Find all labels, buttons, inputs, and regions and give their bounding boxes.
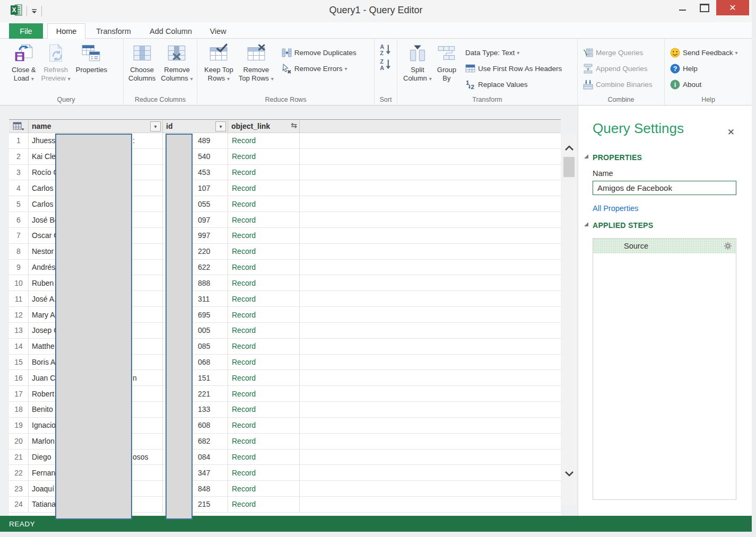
keep-top-rows-button[interactable]: Keep TopRows: [202, 43, 236, 83]
properties-button[interactable]: Properties: [73, 43, 110, 74]
tab-add-column[interactable]: Add Column: [142, 23, 200, 39]
object-link-cell[interactable]: Record: [228, 260, 300, 275]
remove-top-rows-button[interactable]: RemoveTop Rows: [236, 43, 276, 83]
tab-view[interactable]: View: [204, 23, 232, 39]
column-header-name[interactable]: name ▾: [29, 120, 163, 133]
remove-duplicates-button[interactable]: Remove Duplicates: [282, 45, 357, 60]
object-link-cell[interactable]: Record: [228, 323, 300, 338]
tab-home[interactable]: Home: [47, 23, 85, 39]
record-link[interactable]: Record: [232, 485, 256, 493]
record-link[interactable]: Record: [232, 184, 256, 192]
table-menu-button[interactable]: [9, 120, 29, 133]
record-link[interactable]: Record: [232, 421, 256, 429]
use-first-row-as-headers-button[interactable]: Use First Row As Headers: [465, 60, 562, 76]
object-link-cell[interactable]: Record: [228, 497, 300, 512]
record-link[interactable]: Record: [232, 405, 256, 413]
scroll-down-icon[interactable]: [561, 466, 577, 480]
id-filter-dropdown[interactable]: ▾: [215, 121, 226, 131]
split-column-button[interactable]: SplitColumn: [401, 43, 435, 83]
record-link[interactable]: Record: [232, 453, 256, 461]
object-link-cell[interactable]: Record: [228, 307, 300, 322]
maximize-button[interactable]: [694, 0, 715, 15]
record-link[interactable]: Record: [232, 168, 256, 177]
object-link-cell[interactable]: Record: [228, 386, 300, 401]
record-link[interactable]: Record: [232, 231, 256, 240]
close-and-load-button[interactable]: Close &Load: [9, 43, 39, 83]
combine-binaries-button[interactable]: Combine Binaries: [583, 76, 653, 92]
record-link[interactable]: Record: [232, 136, 256, 145]
send-feedback-label: Send Feedback: [683, 49, 733, 57]
send-feedback-button[interactable]: Send Feedback: [670, 45, 738, 60]
tab-file[interactable]: File: [9, 23, 43, 39]
remove-columns-button[interactable]: RemoveColumns: [158, 43, 195, 83]
record-link[interactable]: Record: [232, 342, 256, 350]
object-link-cell[interactable]: Record: [228, 370, 300, 385]
object-link-cell[interactable]: Record: [228, 465, 300, 480]
expand-column-icon[interactable]: ⇆: [291, 121, 297, 129]
sort-descending-button[interactable]: ZA: [379, 58, 392, 72]
object-link-cell[interactable]: Record: [228, 291, 300, 306]
object-link-cell[interactable]: Record: [228, 402, 300, 417]
object-link-cell[interactable]: Record: [228, 339, 300, 354]
all-properties-link[interactable]: All Properties: [593, 204, 638, 213]
record-link[interactable]: Record: [232, 390, 256, 398]
record-link[interactable]: Record: [232, 326, 256, 334]
column-header-object-link[interactable]: object_link ⇆: [228, 120, 300, 133]
record-link[interactable]: Record: [232, 500, 256, 508]
step-settings-gear-icon[interactable]: [724, 242, 732, 251]
group-by-button[interactable]: GroupBy: [435, 43, 459, 83]
record-link[interactable]: Record: [232, 311, 256, 319]
row-number: 22: [9, 465, 29, 480]
scrollbar-thumb[interactable]: [563, 157, 575, 177]
choose-columns-icon: [133, 43, 152, 63]
record-link[interactable]: Record: [232, 247, 256, 256]
record-link[interactable]: Record: [232, 374, 256, 382]
object-link-cell[interactable]: Record: [228, 228, 300, 243]
close-window-button[interactable]: [716, 0, 749, 15]
record-link[interactable]: Record: [232, 152, 256, 161]
row-number: 3: [9, 165, 29, 180]
object-link-cell[interactable]: Record: [228, 418, 300, 433]
record-link[interactable]: Record: [232, 216, 256, 224]
merge-queries-button[interactable]: Merge Queries: [583, 45, 653, 60]
help-button[interactable]: ? Help: [670, 60, 738, 76]
object-link-cell[interactable]: Record: [228, 196, 300, 212]
object-link-cell[interactable]: Record: [228, 212, 300, 227]
applied-step-source[interactable]: Source: [593, 239, 736, 253]
refresh-preview-button[interactable]: RefreshPreview: [39, 43, 73, 83]
object-link-cell[interactable]: Record: [228, 180, 300, 196]
object-link-cell[interactable]: Record: [228, 244, 300, 259]
object-link-cell[interactable]: Record: [228, 434, 300, 449]
object-link-cell[interactable]: Record: [228, 275, 300, 290]
object-link-cell[interactable]: Record: [228, 355, 300, 370]
minimize-button[interactable]: [672, 0, 693, 15]
record-link[interactable]: Record: [232, 295, 256, 303]
record-link[interactable]: Record: [232, 469, 256, 477]
object-link-cell[interactable]: Record: [228, 149, 300, 164]
record-link[interactable]: Record: [232, 263, 256, 271]
append-queries-button[interactable]: Append Queries: [583, 60, 653, 76]
column-header-id[interactable]: id ▾: [163, 120, 228, 133]
vertical-scrollbar[interactable]: [561, 134, 577, 506]
sort-ascending-button[interactable]: AZ: [379, 43, 392, 57]
name-filter-dropdown[interactable]: ▾: [150, 121, 161, 131]
object-link-cell[interactable]: Record: [228, 481, 300, 496]
about-button[interactable]: i About: [670, 76, 738, 92]
tab-transform[interactable]: Transform: [90, 23, 137, 39]
collapse-properties-icon[interactable]: [584, 154, 588, 159]
collapse-applied-steps-icon[interactable]: [584, 222, 588, 226]
query-name-input[interactable]: [593, 181, 736, 195]
scroll-up-icon[interactable]: [561, 141, 577, 155]
record-link[interactable]: Record: [232, 200, 256, 208]
choose-columns-button[interactable]: ChooseColumns: [126, 43, 158, 83]
data-type-button[interactable]: Data Type: Text: [465, 45, 562, 60]
remove-errors-button[interactable]: Remove Errors: [282, 60, 357, 76]
record-link[interactable]: Record: [232, 358, 256, 366]
object-link-cell[interactable]: Record: [228, 165, 300, 180]
replace-values-button[interactable]: 12 Replace Values: [465, 76, 562, 92]
object-link-cell[interactable]: Record: [228, 450, 300, 465]
record-link[interactable]: Record: [232, 279, 256, 287]
record-link[interactable]: Record: [232, 437, 256, 445]
object-link-cell[interactable]: Record: [228, 133, 300, 148]
panel-close-icon[interactable]: ✕: [727, 127, 735, 138]
